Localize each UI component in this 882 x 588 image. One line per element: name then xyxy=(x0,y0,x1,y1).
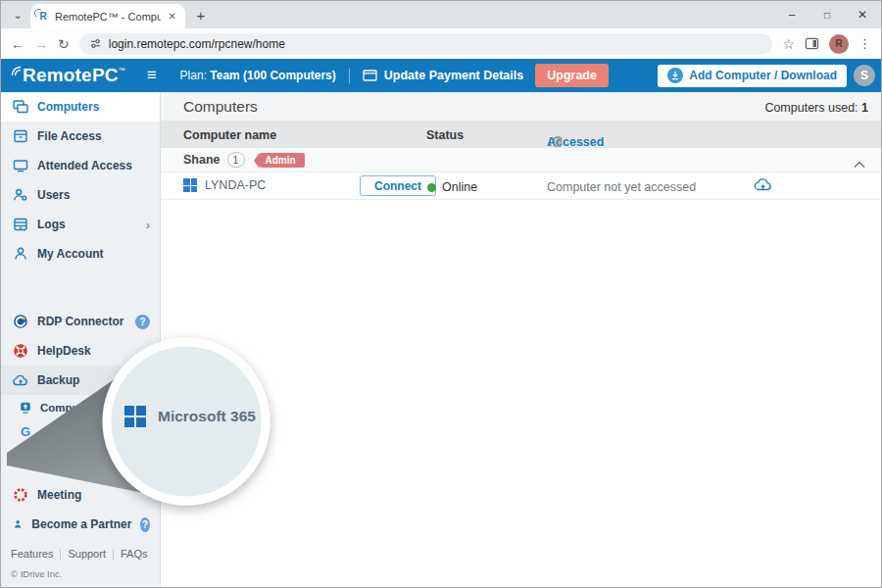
table-header: Computer name Status Accessed date ↓ xyxy=(161,122,881,148)
computer-name-cell: LYNDA-PC xyxy=(183,178,266,192)
browser-window: ⌄ R RemotePC™ - Computers ✕ + – □ ✕ ← → … xyxy=(0,0,882,588)
help-icon[interactable]: ? xyxy=(135,315,150,329)
collapse-chevron-icon[interactable] xyxy=(854,155,865,172)
footer-separator xyxy=(60,549,61,560)
sidebar-item-google-workspace[interactable]: G Google Workspace xyxy=(1,419,160,444)
upgrade-button[interactable]: Upgrade xyxy=(535,64,609,87)
computers-used-value: 1 xyxy=(861,101,868,115)
app-header: RemotePC ™ ≡ Plan: Team (100 Computers) … xyxy=(1,59,881,92)
attended-access-icon xyxy=(13,158,28,173)
logo-text: RemotePC xyxy=(23,65,119,86)
online-status-icon xyxy=(427,183,436,192)
group-row[interactable]: Shane 1 Admin xyxy=(161,148,881,172)
status-cell: Online xyxy=(427,180,477,194)
footer-link-faqs[interactable]: FAQs xyxy=(121,548,148,560)
tab-search-button[interactable]: ⌄ xyxy=(7,4,28,25)
sidebar-item-my-account[interactable]: My Account xyxy=(1,239,160,269)
download-icon xyxy=(667,68,683,83)
connect-button[interactable]: Connect xyxy=(360,175,436,196)
remotepc-favicon-icon: R xyxy=(37,11,49,23)
meeting-icon xyxy=(13,487,28,503)
sidebar-item-file-access[interactable]: File Access xyxy=(1,122,160,151)
browser-profile-avatar[interactable]: R xyxy=(829,34,849,54)
my-account-icon xyxy=(13,246,28,262)
sidebar-spacer xyxy=(1,468,160,480)
new-tab-button[interactable]: + xyxy=(189,3,213,26)
users-icon xyxy=(13,187,28,203)
status-text: Online xyxy=(442,180,477,194)
footer-link-features[interactable]: Features xyxy=(11,548,53,560)
group-count-badge: 1 xyxy=(227,152,245,168)
microsoft-365-icon xyxy=(19,450,32,464)
partner-icon xyxy=(13,516,23,532)
footer-separator xyxy=(113,549,114,560)
plan-info: Plan: Team (100 Computers) xyxy=(180,69,336,82)
window-controls: – □ ✕ xyxy=(785,1,875,28)
sidebar-item-attended-access[interactable]: Attended Access xyxy=(1,151,160,180)
google-workspace-icon: G xyxy=(19,424,32,439)
sidebar-item-rdp-connector[interactable]: RDP Connector ? xyxy=(1,307,160,336)
tab-close-icon[interactable]: ✕ xyxy=(167,11,178,22)
url-text[interactable]: login.remotepc.com/rpcnew/home xyxy=(109,37,285,51)
main-content: Computers Computers used: 1 Computer nam… xyxy=(161,92,881,587)
browser-menu-icon[interactable]: ⋮ xyxy=(858,36,871,51)
update-payment-link[interactable]: Update Payment Details xyxy=(363,69,523,82)
file-access-icon xyxy=(13,128,28,144)
site-info-icon[interactable] xyxy=(89,37,102,50)
sidebar-item-microsoft-365[interactable]: Microsoft 365 xyxy=(1,444,160,468)
helpdesk-icon xyxy=(13,343,28,359)
copyright-text: © IDrive Inc. xyxy=(11,568,160,579)
computer-row[interactable]: LYNDA-PC Connect Online Computer not yet… xyxy=(161,172,881,200)
help-icon[interactable]: ? xyxy=(140,517,150,532)
forward-icon[interactable]: → xyxy=(34,36,48,52)
footer-link-support[interactable]: Support xyxy=(68,548,106,560)
admin-badge: Admin xyxy=(260,153,305,168)
payment-card-icon xyxy=(363,70,377,81)
computers-used: Computers used: 1 xyxy=(764,101,868,115)
sidebar-item-computers[interactable]: Computers xyxy=(1,92,160,122)
computers-icon xyxy=(13,99,28,115)
remotepc-logo: RemotePC ™ xyxy=(11,65,125,86)
trash-icon[interactable] xyxy=(552,135,564,148)
sidebar-item-computer-backup[interactable]: Computer Backup xyxy=(1,395,160,419)
plan-value: Team (100 Computers) xyxy=(210,69,335,82)
bookmark-star-icon[interactable]: ☆ xyxy=(782,36,795,52)
page-title-bar: Computers Computers used: 1 xyxy=(161,92,881,122)
plus-icon: + xyxy=(197,7,206,24)
sidebar-footer: Features Support FAQs © IDrive Inc. xyxy=(1,548,160,587)
accessed-date-cell: Computer not yet accessed xyxy=(547,180,696,194)
logs-icon xyxy=(13,217,28,232)
column-computer-name[interactable]: Computer name xyxy=(183,128,276,142)
header-divider xyxy=(349,69,350,83)
maximize-button[interactable]: □ xyxy=(820,10,834,21)
rdp-connector-icon xyxy=(13,314,28,329)
browser-tab[interactable]: R RemotePC™ - Computers ✕ xyxy=(30,4,185,28)
chevron-down-icon: ⌄ xyxy=(13,9,22,22)
sidebar-spacer xyxy=(1,269,160,307)
sidebar-item-helpdesk[interactable]: HelpDesk xyxy=(1,336,160,366)
browser-toolbar: ← → ↻ login.remotepc.com/rpcnew/home ☆ R… xyxy=(1,28,881,59)
hamburger-menu-icon[interactable]: ≡ xyxy=(147,69,157,82)
add-computer-button[interactable]: Add Computer / Download xyxy=(658,65,847,87)
sidebar-item-users[interactable]: Users xyxy=(1,180,160,210)
page-title: Computers xyxy=(183,98,258,116)
side-panel-icon[interactable] xyxy=(805,36,819,51)
computer-backup-icon xyxy=(19,401,32,415)
tab-title: RemotePC™ - Computers xyxy=(55,11,161,23)
column-status[interactable]: Status xyxy=(426,128,464,142)
group-name: Shane xyxy=(183,153,220,167)
chevron-right-icon: › xyxy=(146,218,150,232)
sidebar-item-logs[interactable]: Logs › xyxy=(1,210,160,239)
back-icon[interactable]: ← xyxy=(11,36,24,52)
window-close-button[interactable]: ✕ xyxy=(856,8,869,22)
sidebar-item-meeting[interactable]: Meeting xyxy=(1,480,160,510)
logo-trademark: ™ xyxy=(119,67,125,74)
computer-name: LYNDA-PC xyxy=(205,178,266,192)
url-bar[interactable]: login.remotepc.com/rpcnew/home xyxy=(79,33,773,55)
reload-icon[interactable]: ↻ xyxy=(58,36,70,52)
cloud-backup-icon[interactable] xyxy=(754,176,772,197)
sidebar-item-backup[interactable]: Backup xyxy=(1,366,160,395)
account-avatar[interactable]: S xyxy=(854,65,875,86)
minimize-button[interactable]: – xyxy=(785,8,799,22)
sidebar-item-become-a-partner[interactable]: Become a Partner ? xyxy=(1,510,160,539)
